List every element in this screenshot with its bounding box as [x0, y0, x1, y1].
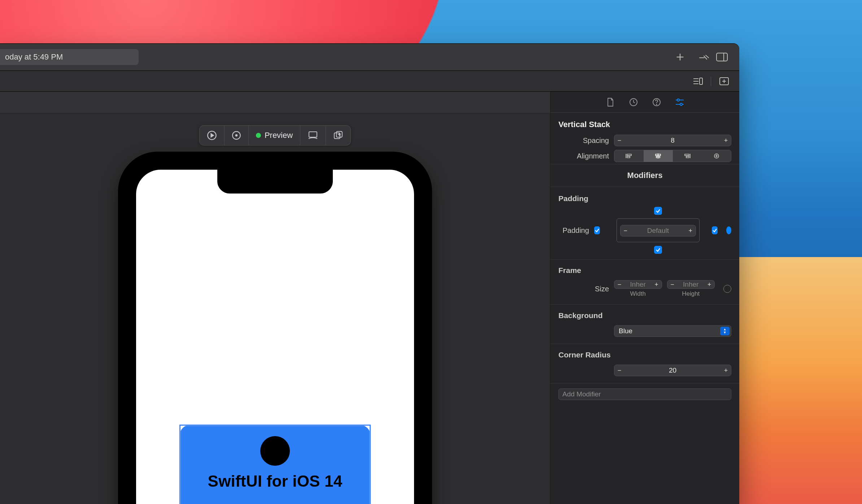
spacing-minus-button[interactable]: − [614, 135, 624, 146]
preview-status[interactable]: Preview [249, 126, 300, 145]
padding-minus-button[interactable]: − [621, 225, 631, 236]
spacing-value[interactable]: 8 [624, 135, 721, 146]
preview-status-label: Preview [265, 131, 293, 140]
svg-rect-14 [309, 132, 317, 137]
alignment-label: Alignment [558, 152, 609, 160]
add-modifier-field[interactable]: Add Modifier [558, 388, 731, 400]
inspector-panel: Vertical Stack Spacing − 8 + Alignment [550, 92, 739, 504]
history-inspector-tab[interactable] [628, 97, 639, 108]
background-color-select[interactable]: Blue ▲▼ [614, 325, 731, 337]
padding-value-stepper[interactable]: − Default + [620, 225, 696, 236]
background-section-title: Background [550, 310, 739, 323]
select-arrows-icon: ▲▼ [720, 327, 730, 335]
alignment-segmented-control[interactable] [614, 150, 731, 162]
height-placeholder[interactable]: Inher [678, 281, 705, 288]
library-add-button[interactable] [671, 48, 689, 66]
frame-height-stepper[interactable]: − Inher + [667, 280, 715, 289]
duplicate-preview-button[interactable] [326, 126, 351, 145]
preview-toolbar: Preview [199, 125, 351, 145]
background-color-value: Blue [619, 327, 632, 335]
preview-status-dot-icon [256, 133, 261, 138]
svg-rect-33 [685, 154, 689, 156]
padding-value-placeholder[interactable]: Default [631, 225, 685, 236]
modifiers-header: Modifiers [550, 164, 739, 187]
align-leading-button[interactable] [614, 150, 644, 162]
align-trailing-button[interactable] [673, 150, 702, 162]
width-plus-button[interactable]: + [652, 281, 662, 288]
corner-minus-button[interactable]: − [614, 365, 624, 376]
vstack-section-title: Vertical Stack [550, 113, 739, 133]
build-status-pill[interactable]: oday at 5:49 PM [0, 49, 139, 65]
spacing-stepper[interactable]: − 8 + [614, 135, 731, 146]
corner-radius-value[interactable]: 20 [624, 365, 721, 376]
padding-enabled-indicator[interactable] [726, 226, 731, 234]
corner-radius-section-title: Corner Radius [550, 349, 739, 363]
corner-radius-stepper[interactable]: − 20 + [614, 365, 731, 376]
device-settings-button[interactable] [300, 126, 326, 145]
inspect-preview-button[interactable] [225, 126, 249, 145]
align-inherited-button[interactable] [702, 150, 731, 162]
tabbar-divider [711, 77, 711, 86]
svg-rect-34 [686, 156, 689, 158]
svg-rect-7 [700, 78, 702, 84]
corner-plus-button[interactable]: + [721, 365, 731, 376]
frame-width-stepper[interactable]: − Inher + [614, 280, 662, 289]
svg-rect-27 [627, 154, 631, 156]
editor-options-button[interactable] [689, 73, 706, 90]
editor-tabbar [0, 71, 739, 92]
card-circle-icon [260, 436, 290, 466]
height-minus-button[interactable]: − [667, 281, 678, 288]
phone-device-frame: SwiftUI for iOS 14 [118, 152, 432, 504]
build-status-text: oday at 5:49 PM [5, 52, 63, 62]
svg-point-24 [677, 99, 679, 101]
padding-bottom-checkbox[interactable] [654, 246, 662, 254]
toggle-inspector-button[interactable] [713, 48, 731, 66]
canvas-header-strip [0, 92, 550, 113]
vstack-card[interactable]: SwiftUI for iOS 14 [179, 425, 371, 504]
window-titlebar: oday at 5:49 PM [0, 44, 739, 71]
padding-top-checkbox[interactable] [654, 207, 662, 215]
svg-rect-28 [627, 156, 630, 158]
width-minus-button[interactable]: − [614, 281, 624, 288]
file-inspector-tab[interactable] [605, 97, 616, 108]
attributes-inspector-tab[interactable] [674, 97, 685, 108]
add-editor-button[interactable] [715, 73, 733, 90]
height-plus-button[interactable]: + [704, 281, 714, 288]
padding-leading-checkbox[interactable] [594, 226, 600, 234]
padding-field-label: Padding [558, 226, 589, 235]
preview-canvas[interactable]: Preview SwiftUI for iOS 14 [0, 92, 550, 504]
help-inspector-tab[interactable] [651, 97, 662, 108]
frame-section-title: Frame [550, 265, 739, 278]
padding-plus-button[interactable]: + [685, 225, 696, 236]
svg-rect-2 [717, 53, 727, 61]
frame-size-label: Size [558, 285, 609, 293]
code-review-button[interactable] [696, 48, 713, 66]
width-placeholder[interactable]: Inher [624, 281, 652, 288]
svg-point-13 [236, 135, 237, 136]
card-title: SwiftUI for iOS 14 [208, 472, 343, 490]
inspector-tabs [550, 92, 739, 113]
padding-section-title: Padding [550, 187, 739, 207]
align-center-button[interactable] [644, 150, 673, 162]
phone-notch [217, 170, 333, 194]
frame-enabled-indicator[interactable] [723, 285, 731, 293]
spacing-label: Spacing [558, 136, 609, 145]
spacing-plus-button[interactable]: + [721, 135, 731, 146]
svg-point-25 [680, 103, 682, 105]
padding-trailing-checkbox[interactable] [712, 226, 718, 234]
svg-point-21 [656, 104, 657, 105]
width-sublabel: Width [614, 290, 662, 297]
phone-screen[interactable]: SwiftUI for iOS 14 [136, 170, 414, 504]
height-sublabel: Height [667, 290, 715, 297]
add-modifier-placeholder: Add Modifier [562, 390, 601, 398]
run-preview-button[interactable] [200, 126, 225, 145]
xcode-window: oday at 5:49 PM [0, 43, 739, 504]
